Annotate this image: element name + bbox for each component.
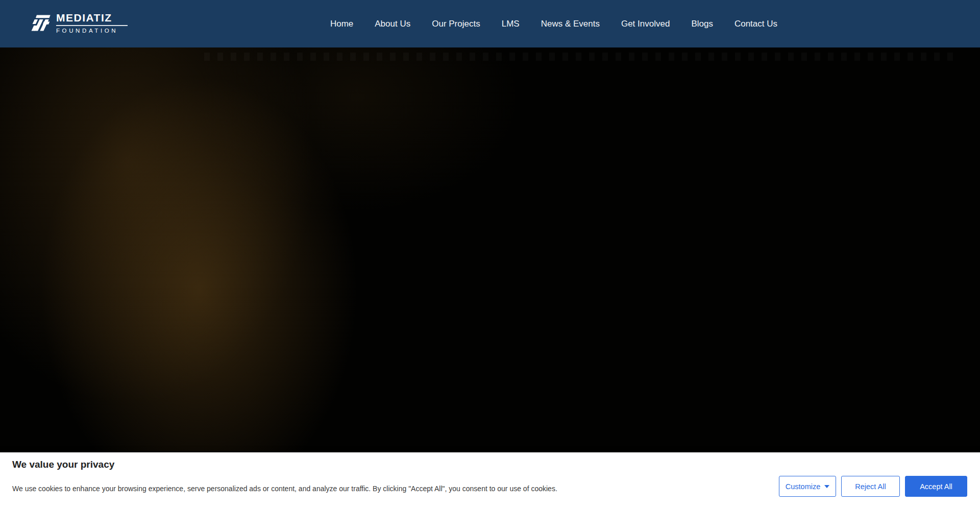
nav-item-home[interactable]: Home bbox=[330, 19, 353, 29]
customize-button[interactable]: Customize bbox=[779, 476, 836, 497]
nav-item-our-projects[interactable]: Our Projects bbox=[432, 19, 480, 29]
accept-all-button[interactable]: Accept All bbox=[905, 476, 967, 497]
cookie-banner-message: We use cookies to enhance your browsing … bbox=[12, 484, 557, 493]
main-nav: Home About Us Our Projects LMS News & Ev… bbox=[330, 0, 777, 47]
reject-all-button[interactable]: Reject All bbox=[841, 476, 900, 497]
nav-item-lms[interactable]: LMS bbox=[502, 19, 520, 29]
nav-item-about-us[interactable]: About Us bbox=[375, 19, 410, 29]
cookie-banner: We value your privacy We use cookies to … bbox=[0, 452, 980, 507]
hero-section bbox=[0, 47, 980, 452]
chevron-down-icon bbox=[824, 485, 829, 488]
page: MEDIATIZ FOUNDATION Home About Us Our Pr… bbox=[0, 0, 980, 507]
customize-button-label: Customize bbox=[786, 482, 821, 491]
hero-background-pattern bbox=[204, 53, 960, 61]
reject-all-button-label: Reject All bbox=[855, 482, 886, 491]
logo-divider bbox=[56, 25, 128, 26]
logo-text: MEDIATIZ FOUNDATION bbox=[56, 12, 128, 34]
cookie-banner-title: We value your privacy bbox=[12, 459, 114, 470]
cookie-banner-actions: Customize Reject All Accept All bbox=[779, 476, 967, 497]
mediatiz-logo-icon bbox=[30, 12, 51, 34]
nav-item-news-events[interactable]: News & Events bbox=[541, 19, 600, 29]
logo-title: MEDIATIZ bbox=[56, 12, 128, 23]
site-header: MEDIATIZ FOUNDATION Home About Us Our Pr… bbox=[0, 0, 980, 47]
logo[interactable]: MEDIATIZ FOUNDATION bbox=[30, 12, 128, 34]
nav-item-contact-us[interactable]: Contact Us bbox=[734, 19, 777, 29]
logo-subtitle: FOUNDATION bbox=[56, 28, 128, 34]
nav-item-blogs[interactable]: Blogs bbox=[691, 19, 713, 29]
nav-item-get-involved[interactable]: Get Involved bbox=[621, 19, 670, 29]
accept-all-button-label: Accept All bbox=[920, 482, 952, 491]
